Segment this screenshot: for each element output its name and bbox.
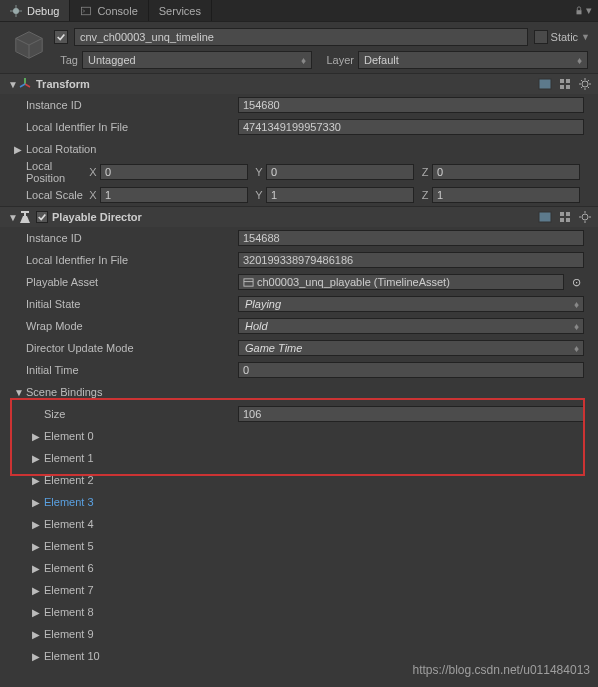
element-row[interactable]: ▶Element 6 [0, 557, 598, 579]
svg-rect-27 [24, 213, 26, 216]
local-id-input[interactable] [238, 252, 584, 268]
director-update-mode-dropdown[interactable]: Game Time♦ [238, 340, 584, 356]
element-label[interactable]: ▶Element 3 [8, 496, 238, 508]
element-row[interactable]: ▶Element 0 [0, 425, 598, 447]
element-label[interactable]: ▶Element 6 [8, 562, 238, 574]
tag-dropdown[interactable]: Untagged♦ [82, 51, 312, 69]
element-label[interactable]: ▶Element 0 [8, 430, 238, 442]
layer-dropdown[interactable]: Default♦ [358, 51, 588, 69]
help-icon[interactable] [538, 210, 552, 224]
foldout-icon[interactable]: ▼ [14, 387, 24, 398]
local-rotation-label[interactable]: ▶Local Rotation [8, 143, 238, 155]
gameobject-name-input[interactable] [74, 28, 528, 46]
element-row[interactable]: ▶Element 5 [0, 535, 598, 557]
wrap-mode-label: Wrap Mode [8, 320, 238, 332]
foldout-icon[interactable]: ▶ [32, 519, 42, 530]
foldout-icon[interactable]: ▼ [8, 79, 18, 90]
element-row[interactable]: ▶Element 9 [0, 623, 598, 645]
scale-y-input[interactable] [266, 187, 414, 203]
playable-asset-field[interactable]: ch00003_unq_playable (TimelineAsset) [238, 274, 564, 290]
initial-time-label: Initial Time [8, 364, 238, 376]
local-id-input[interactable] [238, 119, 584, 135]
instance-id-input[interactable] [238, 230, 584, 246]
element-row[interactable]: ▶Element 3 [0, 491, 598, 513]
element-text: Element 4 [44, 518, 94, 530]
foldout-icon[interactable]: ▶ [32, 497, 42, 508]
scale-x-input[interactable] [100, 187, 248, 203]
foldout-icon[interactable]: ▶ [32, 585, 42, 596]
instance-id-input[interactable] [238, 97, 584, 113]
element-text: Element 1 [44, 452, 94, 464]
element-label[interactable]: ▶Element 4 [8, 518, 238, 530]
position-x-input[interactable] [100, 164, 248, 180]
layer-label: Layer [318, 54, 354, 66]
static-checkbox[interactable] [534, 30, 548, 44]
svg-rect-31 [566, 212, 570, 216]
initial-time-input[interactable] [238, 362, 584, 378]
element-label[interactable]: ▶Element 2 [8, 474, 238, 486]
element-label[interactable]: ▶Element 7 [8, 584, 238, 596]
foldout-icon[interactable]: ▶ [32, 541, 42, 552]
preset-icon[interactable] [558, 210, 572, 224]
element-row[interactable]: ▶Element 2 [0, 469, 598, 491]
element-label[interactable]: ▶Element 8 [8, 606, 238, 618]
transform-component: ▼ Transform Instance ID Local Identfier … [0, 73, 598, 206]
tab-services[interactable]: Services [149, 0, 212, 21]
element-row[interactable]: ▶Element 7 [0, 579, 598, 601]
static-label: Static [551, 31, 579, 43]
component-enabled-checkbox[interactable] [36, 211, 48, 223]
active-checkbox[interactable] [54, 30, 68, 44]
svg-rect-29 [539, 212, 551, 222]
gameobject-cube-icon [12, 28, 46, 62]
preset-icon[interactable] [558, 77, 572, 91]
size-input[interactable] [238, 406, 584, 422]
gear-icon[interactable] [578, 210, 592, 224]
static-toggle[interactable]: Static ▼ [534, 30, 590, 44]
wrap-mode-dropdown[interactable]: Hold♦ [238, 318, 584, 334]
dropdown-icon[interactable]: ▼ [581, 32, 590, 42]
foldout-icon[interactable]: ▶ [14, 144, 24, 155]
foldout-icon[interactable]: ▼ [8, 212, 18, 223]
foldout-icon[interactable]: ▶ [32, 431, 42, 442]
position-z-input[interactable] [432, 164, 580, 180]
foldout-icon[interactable]: ▶ [32, 453, 42, 464]
foldout-icon[interactable]: ▶ [32, 607, 42, 618]
element-label[interactable]: ▶Element 5 [8, 540, 238, 552]
tab-console[interactable]: Console [70, 0, 148, 21]
foldout-icon[interactable]: ▶ [32, 629, 42, 640]
element-label[interactable]: ▶Element 1 [8, 452, 238, 464]
tab-bar: Debug Console Services ▾ [0, 0, 598, 22]
playable-director-header[interactable]: ▼ Playable Director [0, 207, 598, 227]
initial-state-dropdown[interactable]: Playing♦ [238, 296, 584, 312]
element-row[interactable]: ▶Element 8 [0, 601, 598, 623]
element-row[interactable]: ▶Element 4 [0, 513, 598, 535]
instance-id-label: Instance ID [8, 99, 238, 111]
foldout-icon[interactable]: ▶ [32, 563, 42, 574]
position-y-input[interactable] [266, 164, 414, 180]
transform-header[interactable]: ▼ Transform [0, 74, 598, 94]
playable-director-component: ▼ Playable Director Instance ID Local Id… [0, 206, 598, 667]
lock-icon [574, 6, 584, 16]
element-label[interactable]: ▶Element 10 [8, 650, 238, 662]
gear-icon[interactable] [578, 77, 592, 91]
scene-bindings-label[interactable]: ▼Scene Bindings [8, 386, 238, 398]
local-position-row: Local Position X Y Z [0, 160, 598, 184]
foldout-icon[interactable]: ▶ [32, 475, 42, 486]
element-label[interactable]: ▶Element 9 [8, 628, 238, 640]
dropdown-icon: ♦ [301, 55, 306, 66]
local-id-label: Local Identfier In File [8, 121, 238, 133]
element-text: Element 5 [44, 540, 94, 552]
size-label: Size [8, 408, 238, 420]
foldout-icon[interactable]: ▶ [32, 651, 42, 662]
element-text: Element 7 [44, 584, 94, 596]
help-icon[interactable] [538, 77, 552, 91]
element-row[interactable]: ▶Element 1 [0, 447, 598, 469]
tab-debug-label: Debug [27, 5, 59, 17]
tab-debug[interactable]: Debug [0, 0, 70, 21]
lock-icon-area[interactable]: ▾ [568, 0, 598, 21]
object-picker-icon[interactable]: ⊙ [568, 274, 584, 290]
playable-director-icon [18, 210, 32, 224]
svg-line-23 [588, 87, 590, 89]
scale-z-input[interactable] [432, 187, 580, 203]
y-label: Y [252, 166, 266, 178]
